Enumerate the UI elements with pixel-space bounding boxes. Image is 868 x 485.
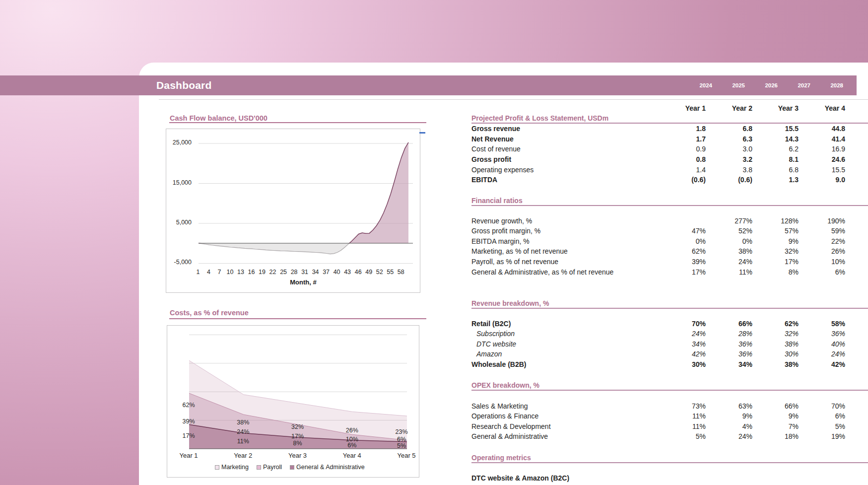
- table-cell-value: 19%: [803, 432, 845, 441]
- legend-swatch-icon: [290, 465, 294, 470]
- table-cell-value: 3.2: [711, 155, 752, 164]
- costs-category-label: Year 1: [174, 452, 203, 459]
- table-cell-value: 17%: [664, 268, 706, 277]
- table-row-label: General & Administrative, as % of net re…: [471, 268, 613, 277]
- y-axis-tick: 5,000: [166, 219, 192, 226]
- page-title: Dashboard: [156, 75, 212, 95]
- table-cell-value: 24%: [711, 258, 752, 266]
- section-title-underline: [471, 308, 868, 309]
- table-cell-value: 38%: [757, 340, 799, 348]
- cash-flow-plot: [166, 129, 420, 292]
- costs-category-label: Year 4: [337, 452, 367, 459]
- costs-chart-title: Costs, as % of revenue: [170, 309, 249, 317]
- section-title-underline: [471, 205, 868, 206]
- table-row-label: EBITDA: [471, 176, 497, 184]
- section-title-underline: [471, 123, 868, 124]
- y-axis-tick: -5,000: [166, 259, 192, 266]
- table-cell-value: 62%: [664, 247, 706, 256]
- year-tab-2025[interactable]: 2025: [714, 75, 747, 95]
- table-cell-value: 16.9: [803, 145, 845, 153]
- table-cell-value: 6%: [803, 268, 845, 277]
- table-cell-value: 24%: [664, 330, 706, 338]
- costs-title-underline: [169, 318, 426, 319]
- legend-item-payroll: Payroll: [257, 464, 282, 471]
- table-row-label: Research & Development: [471, 422, 551, 431]
- table-cell-value: 6.3: [711, 135, 752, 143]
- section-title: Revenue breakdown, %: [471, 299, 549, 308]
- table-cell-value: 32%: [757, 330, 799, 338]
- y-axis-tick: 15,000: [166, 179, 192, 186]
- table-cell-value: 34%: [711, 360, 752, 369]
- table-row-label: Subscription: [476, 330, 515, 338]
- year-tab-2024[interactable]: 2024: [681, 75, 714, 95]
- table-cell-value: 70%: [803, 402, 845, 411]
- table-cell-value: 42%: [664, 350, 706, 358]
- table-cell-value: 1.4: [664, 166, 706, 174]
- table-row-label: Amazon: [476, 350, 502, 358]
- table-row-label: General & Administrative: [471, 432, 548, 441]
- table-row-label: Gross profit margin, %: [471, 227, 540, 235]
- table-row-label: Wholesale (B2B): [471, 360, 526, 369]
- table-cell-value: 26%: [803, 247, 845, 256]
- table-cell-value: 3.0: [711, 145, 752, 153]
- legend-swatch-icon: [257, 465, 261, 470]
- costs-category-label: Year 2: [228, 452, 258, 459]
- section-title-underline: [471, 390, 868, 391]
- table-cell-value: 0.9: [664, 145, 706, 153]
- costs-data-label: 6%: [347, 442, 356, 449]
- table-cell-value: 4%: [711, 422, 752, 431]
- table-cell-value: 0%: [664, 237, 706, 246]
- table-row-label: Net Revenue: [471, 135, 514, 143]
- table-cell-value: 8.1: [757, 155, 799, 164]
- legend-item-marketing: Marketing: [215, 464, 249, 471]
- table-cell-value: 6.8: [711, 125, 752, 133]
- table-cell-value: 8%: [757, 268, 799, 277]
- table-cell-value: 15.5: [757, 125, 799, 133]
- legend-label: General & Administrative: [296, 464, 365, 471]
- cash-flow-title-underline: [169, 122, 426, 123]
- table-cell-value: 7%: [757, 422, 799, 431]
- content-divider: [159, 99, 868, 100]
- costs-data-label: 32%: [291, 423, 304, 430]
- table-cell-value: 1.3: [757, 176, 799, 184]
- table-cell-value: 11%: [664, 422, 706, 431]
- table-cell-value: 9%: [757, 412, 799, 420]
- table-cell-value: 36%: [711, 350, 752, 358]
- year-tab-2026[interactable]: 2026: [747, 75, 780, 95]
- table-cell-value: 24%: [711, 432, 752, 441]
- costs-category-label: Year 5: [392, 452, 421, 459]
- table-year-header: Year 2: [711, 104, 752, 113]
- costs-data-label: 62%: [182, 402, 195, 409]
- table-cell-value: 24%: [803, 350, 845, 358]
- year-tab-2027[interactable]: 2027: [780, 75, 812, 95]
- table-cell-value: 58%: [803, 320, 845, 328]
- costs-data-label: 23%: [395, 428, 407, 435]
- costs-data-label: 17%: [291, 433, 304, 440]
- table-cell-value: 5%: [664, 432, 706, 441]
- costs-data-label: 5%: [397, 442, 406, 449]
- table-cell-value: 11%: [711, 268, 752, 277]
- table-year-header: Year 3: [757, 104, 799, 113]
- table-cell-value: 6.8: [757, 166, 799, 174]
- table-cell-value: 63%: [711, 402, 752, 411]
- table-cell-value: 73%: [664, 402, 706, 411]
- table-row-label: Gross profit: [471, 155, 511, 164]
- table-cell-value: 1.8: [664, 125, 706, 133]
- cash-flow-x-axis-title: Month, #: [273, 278, 333, 286]
- table-cell-value: 44.8: [803, 125, 845, 133]
- year-tab-2028[interactable]: 2028: [812, 75, 845, 95]
- table-cell-value: 5%: [803, 422, 845, 431]
- table-row-label: Gross revenue: [471, 125, 520, 133]
- table-cell-value: 28%: [711, 330, 752, 338]
- header-bar: Dashboard 20242025202620272028: [0, 75, 857, 95]
- legend-swatch-icon: [215, 465, 219, 470]
- table-cell-value: 6%: [803, 412, 845, 420]
- table-cell-value: 52%: [711, 227, 752, 235]
- table-year-header: Year 4: [803, 104, 845, 113]
- table-cell-value: 39%: [664, 258, 706, 266]
- table-cell-value: 9%: [711, 412, 752, 420]
- year-tabs: 20242025202620272028: [681, 75, 845, 95]
- table-row-label: Sales & Marketing: [471, 402, 528, 411]
- table-cell-value: 47%: [664, 227, 706, 235]
- table-cell-value: 36%: [711, 340, 752, 348]
